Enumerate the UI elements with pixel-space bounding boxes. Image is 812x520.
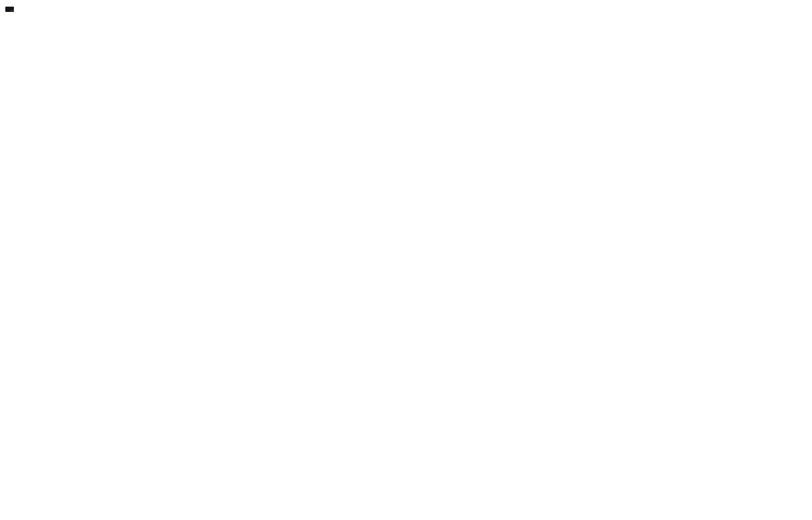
panel-info-corner[interactable]: i [11,9,14,12]
panel-mysql-current-qps: i MySQL Current QPS 020 K40 K60 K 17:501… [11,9,14,12]
dashboard: i MySQL Current QPS 020 K40 K60 K 17:501… [5,7,14,12]
